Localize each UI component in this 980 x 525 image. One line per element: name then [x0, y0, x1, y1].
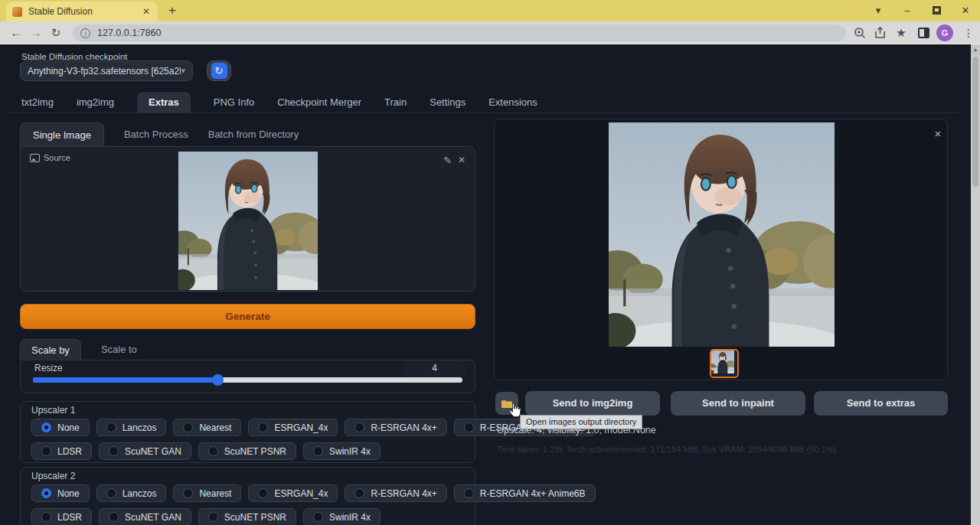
maximize-button[interactable]: [925, 0, 948, 21]
extras-sub-tabs: Single Image Batch Process Batch from Di…: [20, 122, 299, 146]
radio-icon: [208, 446, 218, 456]
forward-icon[interactable]: →: [28, 25, 44, 41]
tab-scale-by[interactable]: Scale by: [20, 339, 81, 360]
tab-checkpoint-merger[interactable]: Checkpoint Merger: [277, 92, 361, 113]
tab-extras[interactable]: Extras: [137, 92, 191, 113]
radio-none[interactable]: None: [31, 419, 90, 436]
refresh-icon: ↻: [211, 63, 227, 79]
site-info-icon[interactable]: i: [80, 28, 90, 38]
radio-icon: [313, 446, 323, 456]
resize-slider-handle[interactable]: [212, 374, 224, 386]
radio-lanczos[interactable]: Lanczos: [96, 484, 167, 502]
result-image[interactable]: [609, 122, 835, 347]
side-panel-icon[interactable]: [918, 28, 929, 38]
tab-png-info[interactable]: PNG Info: [214, 92, 254, 113]
source-label: Source: [30, 153, 70, 162]
zoom-icon[interactable]: [851, 25, 868, 41]
tab-txt2img[interactable]: txt2img: [21, 92, 54, 113]
source-image-dropzone[interactable]: Source ✎ ✕: [20, 146, 475, 292]
url-text[interactable]: 127.0.0.1:7860: [97, 28, 161, 38]
back-icon[interactable]: ←: [8, 25, 24, 41]
radio-ldsr[interactable]: LDSR: [31, 442, 92, 460]
radio-esrgan-4x[interactable]: ESRGAN_4x: [248, 419, 338, 436]
radio-nearest[interactable]: Nearest: [173, 419, 241, 436]
radio-selected-icon: [41, 488, 51, 498]
favicon-icon: [12, 7, 22, 17]
radio-icon: [354, 422, 364, 432]
tab-batch-from-directory[interactable]: Batch from Directory: [208, 122, 299, 146]
tab-settings[interactable]: Settings: [430, 92, 466, 113]
upscaler1-label: Upscaler 1: [31, 405, 75, 416]
scrollbar-thumb[interactable]: [972, 57, 978, 187]
upscaler2-row2: LDSR ScuNET GAN ScuNET PSNR SwinIR 4x: [31, 508, 381, 525]
browser-tab-bar: Stable Diffusion ✕ + ▾ – ✕: [0, 0, 980, 21]
address-bar[interactable]: i 127.0.0.1:7860: [73, 24, 846, 41]
radio-swinir-4x[interactable]: SwinIR 4x: [303, 442, 381, 460]
upscaler2-row1: None Lanczos Nearest ESRGAN_4x R-ESRGAN …: [31, 484, 596, 502]
send-to-extras-button[interactable]: Send to extras: [814, 391, 948, 416]
main-tab-bar: txt2img img2img Extras PNG Info Checkpoi…: [21, 92, 537, 113]
resize-block: Resize 4: [20, 360, 475, 393]
upscaler2-label: Upscaler 2: [31, 471, 75, 481]
radio-icon: [109, 512, 119, 522]
radio-scunet-gan[interactable]: ScuNET GAN: [99, 442, 191, 460]
radio-nearest[interactable]: Nearest: [173, 484, 241, 502]
share-icon[interactable]: [872, 25, 889, 41]
thumbnail-image: [711, 351, 734, 373]
radio-icon: [313, 512, 323, 522]
radio-icon: [258, 488, 268, 498]
radio-icon: [183, 422, 193, 432]
gallery-close-icon[interactable]: ×: [931, 127, 945, 141]
radio-icon: [258, 422, 268, 432]
radio-swinir-4x[interactable]: SwinIR 4x: [303, 508, 381, 525]
edit-icon[interactable]: ✎: [443, 155, 452, 166]
resize-slider-fill: [33, 377, 218, 383]
scale-mode-tabs: Scale by Scale to: [20, 339, 137, 360]
tab-batch-process[interactable]: Batch Process: [124, 122, 188, 146]
new-tab-button[interactable]: +: [164, 3, 181, 20]
window-chevron-icon[interactable]: ▾: [867, 0, 890, 21]
radio-scunet-psnr[interactable]: ScuNET PSNR: [198, 442, 296, 460]
radio-icon: [106, 488, 116, 498]
window-close-button[interactable]: ✕: [954, 0, 977, 21]
radio-r-esrgan-anime6b[interactable]: R-ESRGAN 4x+ Anime6B: [454, 484, 596, 502]
menu-dots-icon[interactable]: ⋮: [960, 25, 977, 41]
clear-icon[interactable]: ✕: [458, 155, 466, 165]
browser-tab[interactable]: Stable Diffusion ✕: [6, 2, 158, 21]
tab-single-image[interactable]: Single Image: [20, 122, 104, 146]
generate-button[interactable]: Generate: [20, 304, 475, 329]
refresh-checkpoint-button[interactable]: ↻: [207, 60, 231, 81]
radio-r-esrgan-4x[interactable]: R-ESRGAN 4x+: [345, 419, 446, 436]
performance-info-text: Time taken: 1.29s Torch active/reserved:…: [497, 445, 836, 454]
radio-scunet-gan[interactable]: ScuNET GAN: [99, 508, 191, 525]
upscaler1-block: Upscaler 1 None Lanczos Nearest ESRGAN_4…: [20, 401, 475, 463]
radio-r-esrgan-4x[interactable]: R-ESRGAN 4x+: [345, 484, 446, 502]
radio-icon: [183, 488, 193, 498]
radio-none[interactable]: None: [31, 484, 90, 502]
radio-ldsr[interactable]: LDSR: [31, 508, 92, 525]
tab-img2img[interactable]: img2img: [77, 92, 114, 113]
checkpoint-value: Anything-V3-fp32.safetensors [625a2ba2]: [28, 66, 181, 77]
tab-scale-to[interactable]: Scale to: [101, 339, 137, 360]
tab-train[interactable]: Train: [384, 92, 407, 113]
send-to-img2img-button[interactable]: Send to img2img: [525, 391, 660, 416]
radio-scunet-psnr[interactable]: ScuNET PSNR: [198, 508, 296, 525]
tooltip: Open images output directory: [520, 415, 642, 429]
tab-extensions[interactable]: Extensions: [488, 92, 537, 113]
resize-value-input[interactable]: 4: [403, 360, 466, 377]
tab-divider: [9, 112, 962, 113]
upscaler2-block: Upscaler 2 None Lanczos Nearest ESRGAN_4…: [20, 467, 475, 525]
minimize-button[interactable]: –: [896, 0, 919, 21]
reload-icon[interactable]: ↻: [47, 25, 64, 41]
chevron-down-icon: ▾: [181, 66, 185, 76]
maximize-icon: [933, 6, 941, 15]
radio-esrgan-4x[interactable]: ESRGAN_4x: [248, 484, 338, 502]
bookmark-star-icon[interactable]: ★: [893, 25, 910, 41]
send-to-inpaint-button[interactable]: Send to inpaint: [671, 391, 805, 416]
scrollbar-up-icon[interactable]: ▲: [971, 44, 980, 55]
radio-lanczos[interactable]: Lanczos: [96, 419, 167, 436]
checkpoint-dropdown[interactable]: Anything-V3-fp32.safetensors [625a2ba2] …: [20, 60, 193, 81]
avatar[interactable]: G: [936, 24, 953, 41]
gallery-thumbnail[interactable]: [710, 349, 739, 378]
tab-close-icon[interactable]: ✕: [141, 6, 152, 17]
